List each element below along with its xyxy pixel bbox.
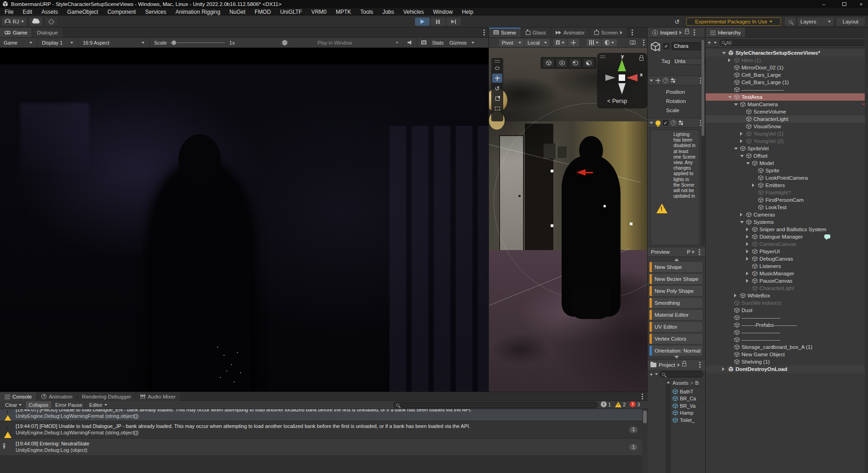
clear-button[interactable]: Clear [2,401,25,409]
scene-camera-dropdown[interactable] [627,39,641,46]
game-viewport[interactable] [0,48,489,392]
foldout-closed-icon[interactable] [752,183,754,187]
move-tool-button[interactable] [492,74,502,83]
hierarchy-item-pausecanvas[interactable]: PauseCanvas [706,277,868,285]
overlay-drag-handle[interactable] [494,60,500,63]
account-dropdown[interactable]: RJ [2,17,27,26]
create-object-button[interactable]: + [707,39,711,46]
tab-hierarchy[interactable]: Hierarchy [706,28,746,37]
hierarchy-item-spritevel[interactable]: SpriteVel [706,145,868,152]
hierarchy-item-looktest[interactable]: LookTest [706,204,868,211]
foldout-open-icon[interactable] [728,96,732,98]
probuilder-vertex-colors[interactable]: Vertex Colors [650,334,702,344]
expand-icon[interactable] [692,250,695,254]
layers-dropdown[interactable]: Layers [798,17,834,26]
error-count[interactable]: !3 [630,401,640,407]
tab-screen[interactable]: Screen [590,28,627,37]
menu-item-gameobject[interactable]: GameObject [63,9,103,15]
hierarchy-item-offset[interactable]: Offset [706,152,868,160]
hierarchy-item-flashlight[interactable]: Flashlight? [706,189,868,196]
foldout-icon[interactable] [650,80,653,82]
search-button[interactable] [785,17,796,26]
tab-animation[interactable]: Animation [37,392,77,401]
snap-toggle[interactable] [568,39,579,46]
project-search-input[interactable] [660,371,703,377]
hierarchy-item-[interactable]: ---------------------- [706,329,868,336]
cloud-services-button[interactable] [29,17,42,26]
inspector-scrollbar[interactable] [701,39,705,245]
tab-console[interactable]: Console [0,392,37,401]
vertex-mode-button[interactable] [556,58,568,68]
project-tree-scrollbar[interactable] [666,380,671,473]
hierarchy-item-cell-bars-large[interactable]: Cell_Bars_Large [706,71,868,79]
audio-toggle-dropdown[interactable] [586,39,601,46]
grid-visibility-dropdown[interactable] [553,39,567,46]
tab-audio-mixer[interactable]: Audio Mixer [136,392,181,401]
foldout-closed-icon[interactable] [740,139,742,143]
project-file[interactable]: BR_Va [673,402,704,410]
hierarchy-item-[interactable]: ---------------------- [706,314,868,321]
chevron-down-icon[interactable] [655,373,658,375]
help-icon[interactable]: ? [663,78,668,83]
lock-icon[interactable] [685,31,689,34]
experimental-packages-dropdown[interactable]: Experimental Packages In Use [686,17,781,26]
tab-overflow-icon[interactable] [678,363,680,367]
hierarchy-item-listeners[interactable]: Listeners [706,262,868,270]
hierarchy-item-model[interactable]: Model [706,160,868,167]
project-file[interactable]: BR_Ca [673,395,704,403]
foldout-closed-icon[interactable] [746,257,748,261]
hierarchy-item-[interactable]: ---------------------- [706,336,868,343]
foldout-open-icon[interactable] [734,103,738,106]
tab-scene[interactable]: Scene [489,28,521,37]
hierarchy-item-whitebox[interactable]: WhiteBox [706,292,868,299]
lock-icon[interactable] [682,363,686,366]
play-focused-dropdown[interactable]: Play in Window [315,39,401,46]
menu-item-mptk[interactable]: MPTK [331,9,356,15]
console-message[interactable]: ![19:44:09] Entering: NeutralStateUnityE… [0,439,642,456]
hierarchy-item-cell-bars-large-1[interactable]: Cell_Bars_Large (1) [706,79,868,86]
foldout-closed-icon[interactable] [746,242,748,246]
tab-rendering-debugger[interactable]: Rendering Debugger [77,392,136,401]
foldout-closed-icon[interactable] [746,272,748,275]
hierarchy-item-dialogue-manager[interactable]: Dialogue Manager [706,233,868,240]
vsync-toggle-icon[interactable] [282,40,287,46]
menu-item-tools[interactable]: Tools [356,9,378,15]
hierarchy-item-cameras[interactable]: Cameras [706,211,868,218]
menu-item-nuget[interactable]: NuGet [225,9,250,15]
menu-item-jobs[interactable]: Jobs [378,9,398,15]
foldout-closed-icon[interactable] [746,228,748,231]
game-mode-dropdown[interactable]: Game [1,39,35,46]
translate-gizmo-x[interactable] [576,169,593,176]
menu-item-file[interactable]: File [0,9,18,15]
hierarchy-item-dust[interactable]: Dust [706,307,868,314]
transform-component-header[interactable]: ? [648,75,705,85]
collapse-toggle[interactable]: Collapse [25,401,52,409]
probuilder-new-shape[interactable]: New Shape [650,262,702,272]
project-menu-icon[interactable] [697,362,702,368]
project-file[interactable]: BathT [673,388,704,395]
warning-count[interactable]: 2 [615,402,626,407]
scale-slider[interactable] [170,42,225,43]
breadcrumb-current[interactable]: B [695,380,699,386]
tab-animator[interactable]: Animator [551,28,590,37]
hierarchy-item-[interactable]: ------------------------ [706,86,868,93]
axis-negative-arrow[interactable] [605,74,615,81]
plastic-scm-button[interactable] [45,17,57,26]
hierarchy-item-firstpersoncam[interactable]: FirstPersonCam [706,196,868,204]
foldout-open-icon[interactable] [740,155,744,157]
gizmos-dropdown[interactable]: Gizmos [447,39,477,46]
help-icon[interactable]: ? [671,120,676,125]
hierarchy-item-scenevolume[interactable]: SceneVolume [706,108,868,115]
foldout-open-icon[interactable] [722,52,726,54]
maximize-button[interactable] [837,0,851,8]
menu-item-vehicles[interactable]: Vehicles [399,9,429,15]
rotate-tool-button[interactable]: ↺ [492,84,502,93]
hierarchy-item-testarea[interactable]: TestArea [706,93,868,101]
hierarchy-item-lookpointcamera[interactable]: LookPointCamera [706,174,868,182]
presets-icon[interactable] [678,120,684,125]
hierarchy-item-sniper-and-ballistics-system[interactable]: Sniper and Ballistics System [706,226,868,233]
project-panel-header[interactable]: Project [648,359,705,370]
probuilder-smoothing[interactable]: Smoothing [650,298,702,308]
menu-item-edit[interactable]: Edit [18,9,37,15]
project-file[interactable]: Hamp [673,410,704,417]
